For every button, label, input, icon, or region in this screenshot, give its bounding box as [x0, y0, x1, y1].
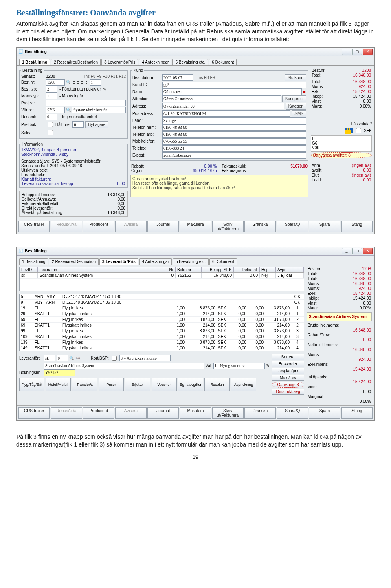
button-rebusair[interactable]: RebusAir/a: [51, 407, 82, 419]
leverantor-table[interactable]: LevID Lev.namn Nr Bokn.nr Belopp SEK Del…: [19, 267, 304, 291]
minimize-button[interactable]: _: [342, 49, 351, 55]
th-nr[interactable]: Nr: [160, 267, 176, 272]
button-sms[interactable]: SMS: [292, 110, 306, 117]
tab-2-resenarer[interactable]: 2 Resenärer/Destination: [51, 59, 101, 65]
button-producent[interactable]: Producent: [83, 221, 114, 232]
search-icon[interactable]: 🔍: [66, 108, 71, 112]
checkbox-kortbsp[interactable]: [112, 356, 117, 361]
detail-row[interactable]: 109SKATT1Flygskatt inrikes1,00214,00SEK0…: [20, 334, 304, 340]
cat-priser[interactable]: Priser: [99, 378, 124, 391]
button-makulera[interactable]: Makulera: [180, 407, 211, 419]
input-bestnr[interactable]: [46, 79, 65, 86]
close-button[interactable]: ✕: [363, 49, 373, 55]
button-rebusair[interactable]: RebusAir/a: [51, 221, 82, 232]
input-levnr[interactable]: [57, 355, 68, 361]
input-postadress[interactable]: [162, 110, 290, 117]
tab-3-leverantor[interactable]: 3 Leverantör/Pris: [99, 258, 138, 265]
button-stang[interactable]: Stäng: [341, 221, 373, 232]
maximize-button[interactable]: ▢: [352, 49, 362, 55]
detail-row[interactable]: 59FLIFlyg inrikes1,003 873,00SEK0,000,00…: [20, 317, 304, 323]
input-varref[interactable]: [46, 107, 65, 113]
input-varref-name[interactable]: [72, 107, 126, 113]
checkbox-las-valuta[interactable]: [356, 128, 361, 133]
input-telhem[interactable]: [162, 124, 306, 131]
sort-arrows-icon[interactable]: ⭥⭥⭥⭥: [72, 80, 88, 84]
search-icon[interactable]: 🔍: [69, 356, 74, 360]
button-skriv-ut[interactable]: Skriv ut/Fakturera: [212, 221, 244, 232]
button-kundprofil[interactable]: Kundprofil: [282, 95, 306, 102]
binoculars-icon[interactable]: 👓: [75, 356, 80, 360]
input-kundid[interactable]: [162, 82, 306, 88]
tab-3-leverantor[interactable]: 3 Leverantör/Pris: [101, 59, 138, 65]
tab-6-dokument[interactable]: 6 Dokument: [209, 59, 237, 65]
detail-row[interactable]: 139FLIFlyg inrikes1,003 873,00SEK0,000,0…: [20, 340, 304, 345]
cat-egna-avgifter[interactable]: Egna avgifter: [178, 378, 203, 391]
button-producent[interactable]: Producent: [83, 407, 114, 419]
cat-flyg[interactable]: Flyg/Tåg/Båt: [19, 378, 44, 391]
table-row[interactable]: sk Scandinavian Airlines System 0 Y52152…: [20, 273, 304, 279]
detail-row[interactable]: 5ARN - VBYD JZ1347 13MAY02 17.50 18.40OK: [20, 294, 304, 300]
input-kortbsp[interactable]: [119, 355, 171, 361]
input-adress[interactable]: [162, 103, 284, 109]
input-telefax[interactable]: [162, 145, 306, 152]
button-avisera[interactable]: Avisera: [115, 221, 147, 232]
button-bussorder[interactable]: Bussorder: [272, 361, 304, 367]
button-mak-lev[interactable]: Mak./Lev: [272, 375, 304, 381]
button-spara-q[interactable]: Spara/Q: [277, 407, 308, 419]
button-spara-q[interactable]: Spara/Q: [277, 221, 308, 232]
button-makulera[interactable]: Makulera: [180, 221, 211, 232]
input-epost[interactable]: [162, 152, 306, 159]
button-slutkund[interactable]: Slutkund: [285, 74, 306, 81]
cat-voucher[interactable]: Voucher: [152, 378, 177, 391]
tab-4-anteckningar[interactable]: 4 Anteckningar: [139, 59, 171, 65]
th-avpr[interactable]: Avpr.: [276, 267, 304, 272]
button-granska[interactable]: Granska: [244, 407, 276, 419]
button-spara[interactable]: Spara: [309, 221, 340, 232]
th-levid[interactable]: LevID: [20, 267, 38, 272]
input-telarb[interactable]: [162, 131, 306, 138]
pen-icon[interactable]: ✎: [103, 87, 106, 91]
input-momstyp[interactable]: [46, 93, 57, 99]
tab-4-anteckningar[interactable]: 4 Anteckningar: [139, 258, 172, 265]
tab-5-bevakning[interactable]: 5 Bevakning etc.: [172, 59, 208, 65]
tab-1-bestallning[interactable]: 1 Beställning: [19, 59, 50, 65]
maximize-button[interactable]: ▢: [352, 248, 362, 254]
cat-resplan[interactable]: Resplan: [204, 378, 230, 391]
checkbox-prelbok[interactable]: [48, 122, 53, 127]
cat-hotell[interactable]: Hotell/Hyrbil: [46, 378, 71, 391]
input-bestdatum[interactable]: [162, 74, 193, 81]
button-byt-agare[interactable]: Byt ägare: [85, 121, 108, 128]
search-icon[interactable]: 🔍: [66, 80, 71, 84]
button-journal[interactable]: Journal: [147, 221, 179, 232]
input-hallprel[interactable]: [72, 121, 84, 128]
detail-row[interactable]: 99FLIFlyg inrikes1,003 873,00SEK0,000,00…: [20, 328, 304, 334]
button-crs-trailer[interactable]: CRS-trailer: [18, 221, 50, 232]
cat-avprickning[interactable]: Avprickning: [231, 378, 256, 391]
detail-table[interactable]: 5ARN - VBYD JZ1347 13MAY02 17.50 18.40OK…: [19, 294, 304, 351]
tab-1-bestallning[interactable]: 1 Beställning: [19, 258, 48, 265]
button-omstrukt-avg[interactable]: Omstrukt.avg: [272, 389, 304, 395]
input-attention[interactable]: [162, 95, 281, 102]
button-granska[interactable]: Granska: [244, 221, 276, 232]
input-bokningsnr[interactable]: [44, 369, 75, 376]
tab-5-bevakning[interactable]: 5 Bevakning etc.: [173, 258, 209, 265]
input-namn[interactable]: [162, 88, 302, 95]
input-mobil[interactable]: [162, 138, 306, 145]
th-bsp[interactable]: Bsp: [260, 267, 276, 272]
button-avisera[interactable]: Avisera: [115, 407, 147, 419]
input-land[interactable]: [162, 117, 306, 124]
checkbox-sekv[interactable]: [48, 130, 53, 135]
button-spara[interactable]: Spara: [309, 407, 340, 419]
input-sort[interactable]: [90, 79, 101, 86]
oanvanda-avgifter-badge[interactable]: Oanvända avgifter: 8: [311, 152, 372, 158]
button-crs-trailer[interactable]: CRS-trailer: [18, 407, 50, 419]
button-journal[interactable]: Journal: [147, 407, 179, 419]
button-kategori[interactable]: Kategori: [286, 103, 306, 110]
input-leverantor[interactable]: [44, 355, 55, 361]
cat-transfer[interactable]: Transfer/x: [72, 378, 97, 391]
button-sortera[interactable]: Sortera: [272, 354, 304, 360]
minimize-button[interactable]: _: [342, 248, 351, 254]
close-button[interactable]: ✕: [363, 248, 373, 254]
detail-row[interactable]: 149SKATT1Flygskatt inrikes1,00214,00SEK0…: [20, 345, 304, 351]
input-resenh[interactable]: [46, 114, 57, 120]
